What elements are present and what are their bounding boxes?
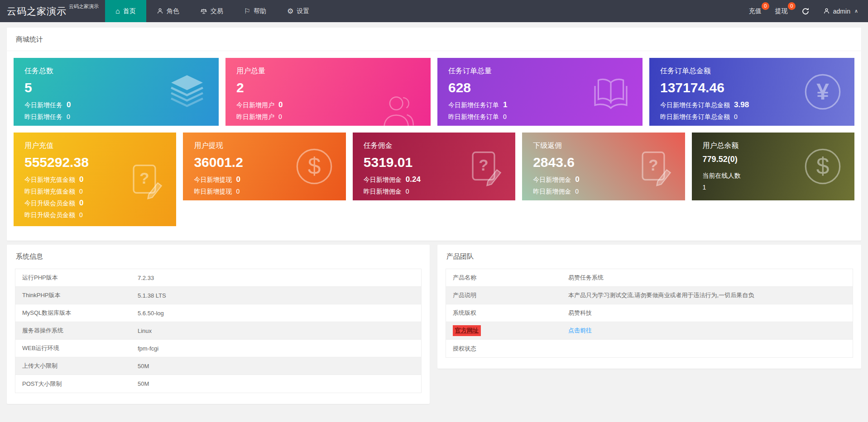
user-menu[interactable]: admin ∧ (823, 8, 858, 15)
row-value: 易赞科技 (568, 309, 853, 317)
product-team-row: 授权状态 (446, 340, 853, 357)
scales-icon (200, 8, 207, 15)
stat-card-value: 36001.2 (194, 155, 335, 171)
system-info-table: 运行PHP版本7.2.33ThinkPHP版本5.1.38 LTSMySQL数据… (15, 269, 422, 393)
stat-card-value: 5319.01 (364, 155, 504, 171)
stat-card-user-balance: 用户总余额779.52(0)当前在线人数1$ (692, 133, 854, 200)
stat-card-line: 昨日新增充值金额0 (24, 185, 165, 197)
username: admin (833, 8, 850, 15)
stat-card-line: 今日新增任务0 (24, 99, 208, 111)
row-label: WEB运行环境 (15, 344, 138, 352)
stat-line-value: 0 (575, 185, 579, 197)
stat-line-value: 0 (278, 111, 282, 123)
row-label: MySQL数据库版本 (15, 309, 138, 317)
product-team-title: 产品团队 (437, 245, 861, 268)
app-logo-subtext: 云码之家演示 (69, 3, 99, 10)
official-site-label[interactable]: 官方网址 (453, 325, 481, 336)
stat-line-value: 3.98 (734, 99, 749, 111)
stat-card-title: 用户充值 (24, 141, 165, 151)
stat-card-line: 昨日新增任务订单0 (448, 111, 632, 123)
row-value: 7.2.33 (138, 275, 421, 281)
row-value: 5.6.50-log (138, 310, 421, 317)
row-label: 运行PHP版本 (15, 274, 138, 282)
stat-card-line: 昨日新增佣金0 (533, 185, 674, 197)
row-label: 上传大小限制 (15, 362, 138, 370)
system-info-row: POST大小限制50M (15, 375, 421, 393)
row-label: 产品说明 (446, 291, 568, 299)
stat-line-value: 0 (236, 174, 240, 185)
row-value: fpm-fcgi (138, 345, 421, 352)
stat-card-value: 779.52(0) (703, 155, 844, 164)
system-info-row: WEB运行环境fpm-fcgi (15, 340, 421, 357)
stat-card-title: 下级返佣 (533, 141, 674, 151)
stat-line-label: 当前在线人数 (703, 170, 741, 181)
row-value: 50M (138, 380, 421, 387)
stat-card-user-withdraw: 用户提现36001.2今日新增提现0昨日新增提现0$ (183, 133, 345, 200)
stat-card-line: 昨日新增用户0 (236, 111, 420, 123)
stat-line-label: 1 (703, 181, 706, 193)
refresh-icon[interactable] (801, 7, 810, 15)
withdraw-badge: 0 (788, 2, 796, 10)
stat-card-line: 今日新增提现0 (194, 174, 335, 185)
withdraw-label: 提现 (775, 7, 788, 14)
stat-card-line: 今日新增任务订单总金额3.98 (660, 99, 844, 111)
go-to-site-link[interactable]: 点击前往 (568, 327, 592, 334)
row-value: 本产品只为学习测试交流,请勿要做商业或者用于违法行为,一切后果自负 (568, 291, 853, 299)
stat-card-value: 5 (24, 80, 208, 96)
recharge-button[interactable]: 充值 0 (749, 7, 762, 15)
stat-line-value: 0 (278, 99, 283, 111)
row-label: ThinkPHP版本 (15, 291, 138, 299)
nav-item-help[interactable]: ⚐帮助 (234, 0, 277, 22)
product-team-row: 产品说明本产品只为学习测试交流,请勿要做商业或者用于违法行为,一切后果自负 (446, 287, 853, 304)
stat-line-value: 0 (79, 174, 83, 185)
user-icon (823, 8, 830, 14)
app-logo[interactable]: 云码之家演示 云码之家演示 (0, 0, 105, 22)
product-team-row: 官方网址点击前往 (446, 322, 853, 340)
home-icon: ⌂ (115, 8, 120, 15)
stat-line-value: 0 (79, 209, 83, 221)
product-team-row: 产品名称易赞任务系统 (446, 269, 853, 287)
stat-card-task-order-amount: 任务订单总金额137174.46今日新增任务订单总金额3.98昨日新增任务订单总… (649, 58, 854, 126)
stat-card-line: 今日新增充值金额0 (24, 174, 165, 185)
stat-line-value: 0.24 (406, 174, 421, 185)
system-info-row: 运行PHP版本7.2.33 (15, 269, 421, 287)
stat-card-line: 今日新增用户0 (236, 99, 420, 111)
stat-line-value: 0 (575, 174, 579, 185)
stat-card-line: 昨日新增任务订单总金额0 (660, 111, 844, 123)
stat-line-value: 1 (503, 99, 507, 111)
mall-stats-panel: 商城统计 任务总数5今日新增任务0昨日新增任务0用户总量2今日新增用户0昨日新增… (7, 28, 861, 241)
stat-card-line: 昨日新增任务0 (24, 111, 208, 123)
person-icon (157, 8, 163, 14)
stat-line-label: 今日新增佣金 (364, 174, 402, 185)
main-menu: ⌂首页角色交易⚐帮助⚙设置 (105, 0, 320, 22)
app-logo-text: 云码之家演示 (7, 5, 67, 18)
stat-card-line: 昨日升级会员金额0 (24, 209, 165, 221)
stat-line-value: 0 (67, 99, 71, 111)
navbar-right: 充值 0 提现 0 admin ∧ (749, 0, 868, 22)
withdraw-button[interactable]: 提现 0 (775, 7, 788, 15)
flag-icon: ⚐ (244, 8, 250, 15)
stat-line-label: 昨日新增任务订单 (448, 111, 499, 123)
nav-item-label: 交易 (211, 7, 223, 15)
stat-line-label: 今日新增任务订单总金额 (660, 99, 730, 111)
nav-item-home[interactable]: ⌂首页 (105, 0, 146, 22)
stat-cards-row-1: 任务总数5今日新增任务0昨日新增任务0用户总量2今日新增用户0昨日新增用户0任务… (14, 58, 854, 126)
system-info-row: 服务器操作系统Linux (15, 322, 421, 340)
nav-item-label: 设置 (297, 7, 309, 15)
stat-line-label: 昨日升级会员金额 (24, 209, 75, 221)
stat-line-label: 昨日新增佣金 (533, 185, 571, 197)
stat-line-label: 昨日新增用户 (236, 111, 274, 123)
stat-line-label: 昨日新增任务 (24, 111, 62, 123)
stat-card-line: 当前在线人数 (703, 170, 844, 181)
nav-item-trade[interactable]: 交易 (190, 0, 234, 22)
stat-line-label: 昨日新增任务订单总金额 (660, 111, 730, 123)
stat-line-label: 今日新增充值金额 (24, 174, 75, 185)
stat-card-title: 用户总余额 (703, 141, 844, 151)
nav-item-settings[interactable]: ⚙设置 (277, 0, 320, 22)
system-info-panel: 系统信息 运行PHP版本7.2.33ThinkPHP版本5.1.38 LTSMy… (7, 245, 430, 404)
nav-item-role[interactable]: 角色 (146, 0, 190, 22)
system-info-row: ThinkPHP版本5.1.38 LTS (15, 287, 421, 304)
stat-card-title: 用户总量 (236, 66, 420, 76)
gear-icon: ⚙ (287, 8, 293, 15)
row-label: POST大小限制 (15, 380, 138, 388)
